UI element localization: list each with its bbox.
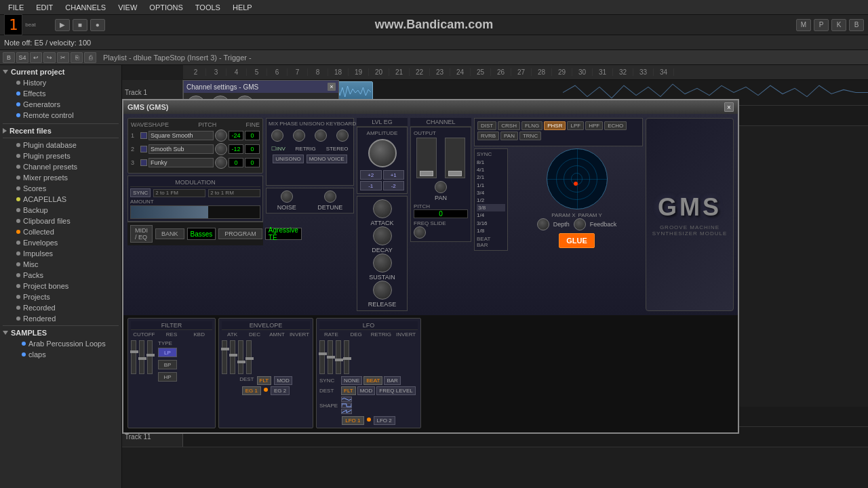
sidebar-item-projects[interactable]: Projects <box>0 291 121 302</box>
gms-close-button[interactable]: × <box>724 102 734 112</box>
octave-plus[interactable]: +2 <box>360 170 382 180</box>
transport-btn-browser[interactable]: B <box>849 19 864 31</box>
menu-tools[interactable]: TOOLS <box>190 2 226 13</box>
channel-output-fader[interactable] <box>416 138 437 178</box>
osc-checkbox[interactable] <box>140 132 147 139</box>
sidebar-item-project-bones[interactable]: Project bones <box>0 281 121 291</box>
menu-help[interactable]: HELP <box>227 2 258 13</box>
sidebar-item-claps[interactable]: claps <box>0 349 121 360</box>
sidebar-item-effects[interactable]: Effects <box>0 88 121 99</box>
detune-knob[interactable] <box>324 190 336 203</box>
lfo-amount[interactable]: 1/1 <box>477 182 505 189</box>
fx-trnc[interactable]: TRNC <box>519 131 541 140</box>
sidebar-item-remote-control[interactable]: Remote control <box>0 110 121 121</box>
env-amnt-slider[interactable] <box>238 340 243 374</box>
osc-pitch-knob[interactable] <box>215 143 227 155</box>
toolbar-browser[interactable]: B <box>3 52 15 63</box>
sidebar-item-recorded[interactable]: Recorded <box>0 302 121 313</box>
unisono-opt[interactable]: UNISONO <box>273 155 303 163</box>
transport-btn-piano[interactable]: K <box>831 19 846 31</box>
cutoff-slider[interactable] <box>131 340 136 374</box>
bank-button[interactable]: BANK <box>155 228 184 239</box>
release-knob[interactable] <box>373 281 392 300</box>
lfo-rate-slider[interactable] <box>319 340 325 374</box>
filter-type-bp[interactable]: BP <box>158 360 177 369</box>
decay-knob[interactable] <box>373 226 392 245</box>
sidebar-item-plugin-database[interactable]: Plugin database <box>0 140 121 150</box>
shape-sine[interactable] <box>341 396 352 402</box>
toolbar-paste[interactable]: ⎙ <box>84 52 96 63</box>
osc-selector[interactable]: Smooth Sub <box>149 144 214 154</box>
phase-knob[interactable] <box>293 129 305 142</box>
lfo-none-btn[interactable]: NONE <box>341 376 362 385</box>
lfo-beat-btn[interactable]: BEAT <box>363 376 382 385</box>
lfo-bar-btn[interactable]: BAR <box>384 376 400 385</box>
pan-knob-ch[interactable] <box>435 181 447 193</box>
retrig-btn[interactable]: RETRIG <box>296 146 316 152</box>
fx-crsh[interactable]: CRSH <box>498 121 520 130</box>
mono-voice-opt[interactable]: MONO VOICE <box>307 155 347 163</box>
lfo-retrig-slider[interactable] <box>336 340 341 374</box>
osc-checkbox[interactable] <box>140 146 147 152</box>
transport-btn-mixer[interactable]: M <box>796 19 811 31</box>
channel-settings-close[interactable]: × <box>328 83 336 91</box>
toolbar-snap[interactable]: S4 <box>16 52 28 63</box>
sidebar-item-arab-percussion[interactable]: Arab Percussion Loops <box>0 338 121 349</box>
env-atk-slider[interactable] <box>222 340 227 374</box>
lfo-deg-slider[interactable] <box>328 340 333 374</box>
fx-flng[interactable]: FLNG <box>521 121 542 130</box>
shape-saw[interactable] <box>341 409 352 414</box>
sidebar-item-history[interactable]: History <box>0 77 121 88</box>
filter-type-hp[interactable]: HP <box>158 372 177 382</box>
toolbar-cut[interactable]: ✂ <box>57 52 69 63</box>
menu-view[interactable]: VIEW <box>113 2 142 13</box>
dest-freq-btn[interactable]: FREQ LEVEL <box>376 386 415 395</box>
transport-play[interactable]: ▶ <box>55 19 70 31</box>
env-dest-btn[interactable]: FLT <box>257 376 272 385</box>
fx-phsr[interactable]: PHSR <box>544 121 566 130</box>
freq-slide-knob[interactable] <box>414 226 426 239</box>
toolbar-copy[interactable]: ⎘ <box>71 52 83 63</box>
mod-option-1[interactable]: 2 to 1 FM <box>153 189 205 197</box>
env-dec-slider[interactable] <box>230 340 235 374</box>
attack-knob[interactable] <box>373 199 392 218</box>
osc-selector[interactable]: Funky <box>149 158 214 167</box>
lfo-amount[interactable]: 4/1 <box>477 166 505 174</box>
midi-eq-button[interactable]: MIDI / EQ <box>130 225 153 243</box>
lfo2-label[interactable]: LFO 2 <box>374 416 395 425</box>
param-y-knob[interactable] <box>574 218 586 230</box>
transport-stop[interactable]: ■ <box>73 19 87 31</box>
noise-knob[interactable] <box>281 190 293 203</box>
menu-file[interactable]: FILE <box>3 2 29 13</box>
dest-flt-btn[interactable]: FLT <box>341 386 356 395</box>
sidebar-item-scores[interactable]: Scores <box>0 183 121 194</box>
sidebar-item-plugin-presets[interactable]: Plugin presets <box>0 150 121 161</box>
toolbar-undo[interactable]: ↩ <box>30 52 42 63</box>
lfo-amount-selected[interactable]: 3/8 <box>477 204 505 211</box>
kbd-slider[interactable] <box>147 340 153 374</box>
sustain-knob[interactable] <box>373 253 392 272</box>
eg1-label[interactable]: EG 1 <box>242 386 261 395</box>
amplitude-knob[interactable] <box>368 139 397 167</box>
sidebar-item-current-project[interactable]: Current project <box>0 66 121 77</box>
lfo-amount[interactable]: 3/16 <box>477 220 505 227</box>
sidebar-item-misc[interactable]: Misc <box>0 259 121 270</box>
sidebar-item-impulses[interactable]: Impulses <box>0 248 121 259</box>
menu-options[interactable]: OPTIONS <box>144 2 189 13</box>
fx-rvrb[interactable]: RVRB <box>477 131 499 140</box>
osc-pitch-knob[interactable] <box>215 129 227 142</box>
dest-mod-btn[interactable]: MOD <box>357 386 376 395</box>
toolbar-redo[interactable]: ↪ <box>43 52 56 63</box>
sidebar-item-samples[interactable]: SAMPLES <box>0 327 121 338</box>
sidebar-item-collected[interactable]: Collected <box>0 226 121 237</box>
keyboard-knob[interactable] <box>336 129 349 142</box>
fx-lpf[interactable]: LPF <box>567 121 584 130</box>
fx-hpf[interactable]: HPF <box>585 121 603 130</box>
lfo-amount[interactable]: 8/1 <box>477 159 505 166</box>
lfo-amount[interactable]: 1/8 <box>477 227 505 235</box>
lfo-amount[interactable]: 3/4 <box>477 189 505 197</box>
env-dest-mod[interactable]: MOD <box>274 376 292 385</box>
sidebar-item-recent-files[interactable]: Recent files <box>0 125 121 136</box>
octave-minus1[interactable]: -1 <box>360 181 382 190</box>
lfo-invert-slider[interactable] <box>344 340 349 374</box>
